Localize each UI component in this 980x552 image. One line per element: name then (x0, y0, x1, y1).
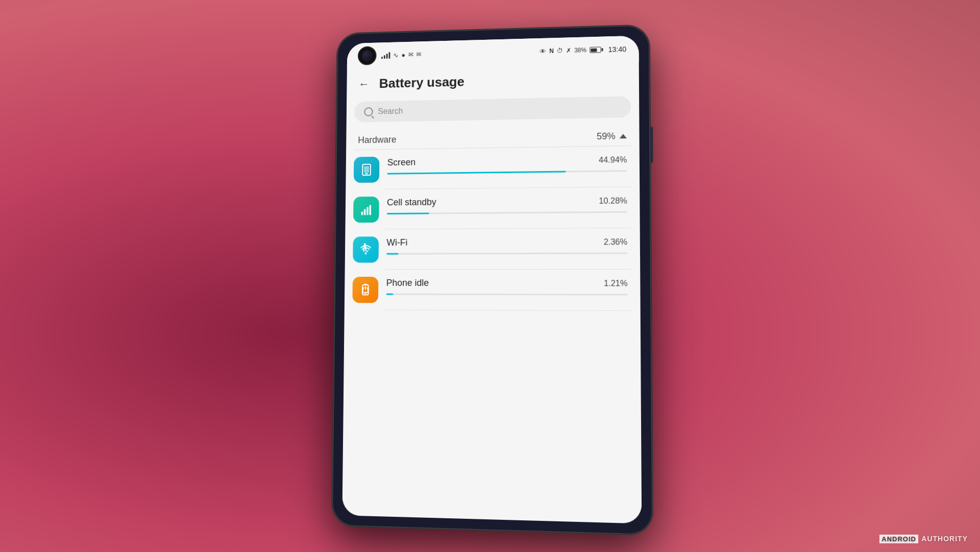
cell-app-icon (353, 196, 379, 222)
battery-list: Screen 44.94% (342, 146, 642, 523)
battery-item-cell[interactable]: Cell standby 10.28% (345, 187, 640, 230)
wifi-item-name: Wi-Fi (386, 237, 407, 248)
battery-item-idle[interactable]: Phone idle 1.21% (345, 269, 641, 310)
search-placeholder: Search (378, 106, 403, 115)
cell-icon (359, 202, 373, 217)
cell-item-name: Cell standby (387, 197, 436, 207)
email2-icon: ✉ (416, 51, 421, 58)
alarm-icon: ⏱ (557, 47, 563, 54)
status-left-icons: ∿ ● ✉ ✉ (381, 51, 421, 59)
search-icon (364, 107, 373, 116)
section-title: Hardware (358, 134, 396, 146)
bluetooth-icon: ✗ (566, 47, 571, 54)
svg-rect-10 (364, 283, 367, 284)
section-percent: 59% (597, 131, 627, 142)
phone-device: ∿ ● ✉ ✉ 👁 N ⏱ ✗ 38% 13:40 (332, 25, 653, 535)
watermark-brand: ANDROID (879, 535, 918, 543)
wifi-icon-small: ∿ (393, 51, 399, 59)
battery-item-screen[interactable]: Screen 44.94% (346, 146, 640, 189)
idle-progress-fill (386, 293, 394, 295)
svg-point-7 (365, 252, 367, 254)
svg-rect-3 (361, 211, 363, 215)
wifi-progress-fill (386, 253, 398, 254)
screen-icon (359, 162, 373, 177)
wifi-progress-track (386, 252, 627, 254)
wifi-app-icon (353, 236, 379, 262)
location-icon: ● (402, 51, 406, 58)
screen-progress-fill (387, 171, 566, 174)
svg-rect-6 (370, 205, 372, 215)
page-title: Battery usage (379, 74, 464, 91)
time-display: 13:40 (608, 45, 627, 54)
wifi-item-details: Wi-Fi 2.36% (386, 235, 627, 254)
phone-screen: ∿ ● ✉ ✉ 👁 N ⏱ ✗ 38% 13:40 (342, 35, 642, 523)
wifi-item-percent: 2.36% (604, 237, 628, 246)
watermark: ANDROID AUTHORITY (879, 535, 968, 543)
cell-progress-fill (387, 212, 429, 214)
idle-icon (358, 282, 372, 297)
svg-rect-5 (366, 207, 369, 215)
idle-item-name: Phone idle (386, 277, 429, 288)
screen-item-percent: 44.94% (599, 155, 627, 164)
status-right-icons: 👁 N ⏱ ✗ 38% 13:40 (540, 45, 626, 55)
camera-lens (362, 51, 372, 61)
svg-rect-4 (364, 209, 365, 215)
signal-icon (381, 52, 390, 59)
back-button[interactable]: ← (358, 77, 369, 90)
search-bar[interactable]: Search (354, 96, 631, 123)
wifi-icon (359, 243, 373, 257)
battery-icon (590, 46, 603, 53)
cell-progress-track (387, 211, 627, 214)
idle-progress-track (386, 293, 628, 295)
svg-rect-2 (365, 173, 368, 174)
screen-content: ← Battery usage Search Hardware 59% (342, 62, 642, 523)
screen-app-icon (354, 156, 380, 182)
svg-rect-1 (364, 166, 369, 173)
cell-item-percent: 10.28% (599, 196, 627, 205)
camera-cutout (358, 46, 377, 65)
screen-progress-track (387, 170, 627, 175)
eye-icon: 👁 (540, 47, 546, 55)
cell-item-details: Cell standby 10.28% (387, 194, 627, 214)
watermark-suffix: AUTHORITY (921, 535, 968, 543)
nfc-icon: N (549, 47, 554, 54)
email-icon: ✉ (408, 51, 413, 58)
search-container: Search (347, 91, 640, 130)
idle-item-percent: 1.21% (604, 278, 628, 287)
battery-item-wifi[interactable]: Wi-Fi 2.36% (345, 228, 641, 270)
idle-app-icon (352, 276, 378, 302)
screen-item-details: Screen 44.94% (387, 153, 627, 175)
battery-percent-text: 38% (574, 46, 586, 54)
screen-item-name: Screen (387, 157, 416, 167)
idle-item-details: Phone idle 1.21% (386, 276, 628, 295)
chevron-up-icon[interactable] (620, 134, 627, 138)
